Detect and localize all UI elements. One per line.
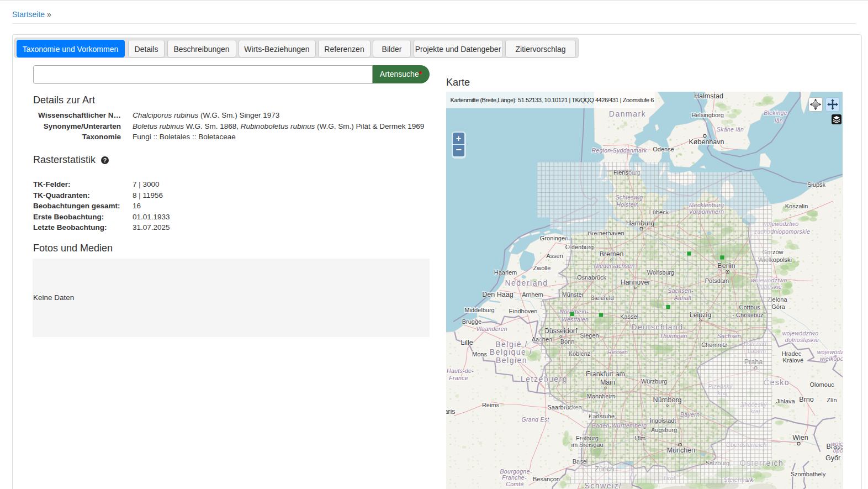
svg-text:København: København bbox=[689, 138, 724, 146]
svg-text:Chemnitz: Chemnitz bbox=[701, 341, 727, 348]
svg-text:Belgien: Belgien bbox=[495, 356, 527, 365]
svg-text:opols: opols bbox=[833, 447, 842, 454]
svg-text:Vlaanderen: Vlaanderen bbox=[476, 325, 507, 332]
svg-text:Skåne län: Skåne län bbox=[716, 126, 743, 133]
svg-text:Słupsk: Słupsk bbox=[807, 181, 825, 188]
svg-text:Holstein: Holstein bbox=[616, 201, 638, 208]
svg-text:län: län bbox=[775, 117, 783, 124]
svg-text:Králové: Králové bbox=[782, 357, 803, 364]
svg-text:województwo: województwo bbox=[782, 330, 818, 336]
svg-text:Middelburg: Middelburg bbox=[464, 307, 494, 313]
svg-text:Haarlem: Haarlem bbox=[494, 269, 517, 276]
svg-text:Assen: Assen bbox=[546, 253, 563, 259]
svg-text:Brno: Brno bbox=[799, 396, 813, 403]
svg-text:Grand Est: Grand Est bbox=[521, 416, 549, 423]
svg-text:Wolfsburg: Wolfsburg bbox=[647, 269, 674, 276]
svg-text:Szombathely: Szombathely bbox=[790, 471, 825, 477]
svg-text:Helsingborg: Helsingborg bbox=[691, 112, 724, 118]
svg-text:Franche-: Franche- bbox=[502, 474, 527, 481]
svg-text:Brugge: Brugge bbox=[462, 318, 481, 325]
svg-text:Odense: Odense bbox=[653, 146, 674, 153]
svg-text:Main: Main bbox=[600, 378, 615, 386]
svg-text:Münster: Münster bbox=[562, 291, 584, 298]
svg-text:Olomouc: Olomouc bbox=[809, 381, 834, 388]
svg-text:Danmark: Danmark bbox=[608, 109, 645, 118]
svg-text:Mons: Mons bbox=[472, 351, 487, 357]
svg-text:- Chóśebuz: - Chóśebuz bbox=[732, 312, 763, 318]
svg-text:Hradec: Hradec bbox=[781, 350, 801, 357]
svg-text:Bremen: Bremen bbox=[599, 250, 623, 258]
svg-text:Blekinge: Blekinge bbox=[764, 109, 787, 116]
svg-text:Belgique /: Belgique / bbox=[489, 348, 532, 356]
svg-text:Eindhoven: Eindhoven bbox=[509, 308, 537, 314]
svg-text:Nederland: Nederland bbox=[505, 278, 548, 287]
svg-text:Wien: Wien bbox=[792, 434, 808, 441]
svg-text:Hauts-de-: Hauts-de- bbox=[447, 367, 474, 374]
svg-text:Bielefeld: Bielefeld bbox=[590, 295, 613, 301]
svg-text:Ulm: Ulm bbox=[634, 435, 645, 441]
svg-text:Zwolle: Zwolle bbox=[533, 265, 551, 271]
svg-text:Arnhem: Arnhem bbox=[522, 291, 543, 298]
svg-text:Góra: Góra bbox=[771, 303, 785, 310]
svg-text:Koszalin: Koszalin bbox=[785, 203, 808, 209]
svg-text:France: France bbox=[449, 375, 468, 381]
svg-text:Besançon: Besançon bbox=[533, 476, 560, 482]
svg-text:wojew: wojew bbox=[830, 440, 842, 447]
svg-text:Győr: Győr bbox=[825, 454, 840, 462]
svg-text:Region Syddanmark: Region Syddanmark bbox=[591, 147, 647, 154]
svg-text:wielkopolskie: wielkopolskie bbox=[819, 355, 842, 362]
svg-text:Den Haag: Den Haag bbox=[482, 291, 513, 298]
svg-text:aris: aris bbox=[446, 408, 456, 416]
svg-text:województwo: województwo bbox=[817, 349, 842, 355]
svg-text:Comté: Comté bbox=[506, 481, 523, 487]
svg-text:Lille: Lille bbox=[461, 339, 473, 346]
svg-text:Halmstad: Halmstad bbox=[694, 92, 723, 100]
svg-text:Sachsen-: Sachsen- bbox=[668, 287, 694, 294]
svg-text:Jihlava: Jihlava bbox=[776, 398, 795, 404]
svg-text:Reims: Reims bbox=[481, 402, 499, 408]
svg-text:Mannheim: Mannheim bbox=[586, 393, 615, 399]
svg-text:dolnośląskie: dolnośląskie bbox=[785, 336, 818, 343]
svg-text:Zlín: Zlín bbox=[827, 397, 837, 403]
